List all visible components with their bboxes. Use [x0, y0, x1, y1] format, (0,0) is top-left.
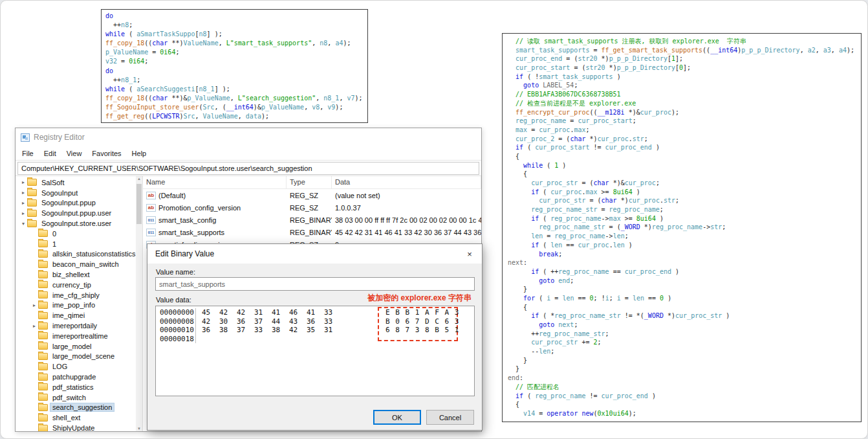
hex-byte[interactable]: 46	[289, 308, 307, 317]
tree-item-shell_ext[interactable]: shell_ext	[16, 412, 136, 423]
registry-value-row[interactable]: ab(Default)REG_SZ(value not set)	[143, 189, 481, 201]
code-line: end:	[508, 374, 858, 383]
expand-arrow-icon[interactable]: ▸	[19, 200, 27, 206]
code-token: str	[633, 135, 644, 142]
expand-arrow-icon[interactable]: ▸	[19, 190, 27, 196]
hex-byte[interactable]: 37	[237, 326, 254, 335]
registry-value-row[interactable]: abPromotion_config_versionREG_SZ1.0.0.37	[143, 201, 481, 214]
tree-item-SogouInput.ppup[interactable]: ▸SogouInput.ppup	[16, 198, 136, 208]
address-input[interactable]: Computer\HKEY_CURRENT_USER\SOFTWARE\Sogo…	[17, 162, 479, 175]
tree-item-allskin_statusiconstatistics[interactable]: allskin_statusiconstatistics	[16, 249, 136, 260]
hex-byte[interactable]: 30	[219, 317, 237, 326]
code-token: :	[519, 374, 523, 381]
dialog-titlebar[interactable]: Edit Binary Value ×	[147, 244, 482, 264]
hex-byte[interactable]: 36	[237, 317, 254, 326]
hex-byte[interactable]: 33	[324, 308, 342, 317]
scroll-up-icon[interactable]: ▲	[136, 177, 142, 181]
hex-byte[interactable]: 44	[272, 317, 289, 326]
hex-byte[interactable]: 31	[254, 308, 272, 317]
hex-byte[interactable]: 41	[307, 308, 324, 317]
hex-byte[interactable]: 37	[254, 317, 272, 326]
menu-item-view[interactable]: View	[61, 149, 87, 158]
tree-item-biz_shellext[interactable]: biz_shellext	[16, 269, 136, 280]
hex-byte[interactable]: 35	[307, 326, 324, 335]
code-token: ;	[175, 49, 179, 56]
hex-editor[interactable]: 000000004542423141464133E B B 1 A F A 30…	[155, 306, 475, 396]
tree-item-LOG[interactable]: LOG	[16, 361, 136, 372]
tree-item-beacon_main_switch[interactable]: beacon_main_switch	[16, 259, 136, 269]
tree-item-large_model_scene[interactable]: large_model_scene	[16, 352, 136, 362]
hex-byte[interactable]: 36	[307, 317, 324, 326]
tree-item-patchupgrade[interactable]: patchupgrade	[16, 372, 136, 382]
tree-item-SogouInput.store.user[interactable]: ▾SogouInput.store.user	[16, 218, 136, 229]
tree-item-ime_pop_info[interactable]: ▸ime_pop_info	[16, 300, 136, 311]
hex-row[interactable]: 000000004542423141464133E B B 1 A F A 3	[160, 308, 474, 317]
hex-byte[interactable]: 38	[219, 326, 237, 335]
hex-byte[interactable]: 33	[324, 317, 342, 326]
column-header-name[interactable]: Name	[143, 176, 287, 188]
tree-item-pdf_switch[interactable]: pdf_switch	[16, 392, 136, 403]
tree-item-imereportrealtime[interactable]: imereportrealtime	[16, 331, 136, 341]
scroll-down-icon[interactable]: ▼	[136, 427, 142, 431]
tree-item-ShiplyUpdate[interactable]: ShiplyUpdate	[16, 423, 136, 431]
hex-byte[interactable]: 33	[254, 326, 272, 335]
code-token: L"smart_task_supports"	[226, 39, 312, 47]
menu-item-edit[interactable]: Edit	[39, 149, 61, 158]
registry-value-row[interactable]: 011smart_task_supportsREG_BINARY45 42 42…	[143, 226, 481, 238]
ok-button[interactable]: OK	[373, 410, 421, 425]
tree-item-large_model[interactable]: large_model	[16, 341, 136, 352]
tree-item-SogouInput[interactable]: ▸SogouInput	[16, 188, 136, 198]
column-header-type[interactable]: Type	[287, 176, 332, 188]
hex-byte[interactable]: 43	[289, 317, 307, 326]
hex-byte[interactable]: 42	[202, 317, 219, 326]
code-token	[508, 55, 515, 62]
expand-arrow-icon[interactable]: ▸	[19, 210, 27, 216]
hex-byte[interactable]: 38	[272, 326, 289, 335]
hex-byte[interactable]: 41	[272, 308, 289, 317]
tree-item-label: SalSoft	[39, 179, 66, 186]
column-header-data[interactable]: Data	[332, 176, 481, 188]
hex-row[interactable]: 0000001036383733384235316 8 7 3 8 B 5 1	[160, 326, 474, 335]
code-token	[105, 76, 113, 84]
tree-item-search_suggestion[interactable]: search_suggestion	[16, 403, 136, 413]
tree-item-ime_qimei[interactable]: ime_qimei	[16, 310, 136, 321]
expand-arrow-icon[interactable]: ▸	[30, 302, 38, 308]
code-token	[508, 277, 539, 284]
code-token: ;	[226, 85, 230, 93]
tree-scrollbar[interactable]: ▲ ▼	[136, 176, 142, 431]
registry-value-row[interactable]: 011smart_task_configREG_BINARY38 03 00 0…	[143, 214, 481, 226]
collapse-arrow-icon[interactable]: ▾	[19, 221, 27, 227]
code-token: n8_1	[121, 76, 136, 84]
code-token: p_ValueName	[188, 95, 230, 102]
hex-byte[interactable]: 36	[202, 326, 219, 335]
hex-byte[interactable]: 31	[324, 326, 342, 335]
hex-byte[interactable]: 42	[237, 308, 254, 317]
value-type: REG_BINARY	[287, 216, 332, 224]
menu-item-file[interactable]: File	[17, 149, 39, 158]
registry-titlebar[interactable]: Registry Editor	[16, 128, 481, 146]
tree-item-SogouInput.ppup.user[interactable]: ▸SogouInput.ppup.user	[16, 208, 136, 218]
tree-item-ime_cfg_shiply[interactable]: ime_cfg_shiply	[16, 290, 136, 300]
expand-arrow-icon[interactable]: ▸	[19, 179, 27, 185]
tree-item-imereportdaily[interactable]: ▸imereportdaily	[16, 321, 136, 331]
tree-item-1[interactable]: 1	[16, 239, 136, 249]
close-icon[interactable]: ×	[457, 244, 482, 264]
tree-item-pdf_statistics[interactable]: pdf_statistics	[16, 382, 136, 392]
cancel-button[interactable]: Cancel	[426, 410, 474, 425]
scrollbar-thumb[interactable]	[136, 184, 142, 224]
tree-item-currency_tip[interactable]: currency_tip	[16, 280, 136, 290]
hex-byte[interactable]: 45	[202, 308, 219, 317]
expand-arrow-icon[interactable]: ▸	[30, 323, 38, 329]
hex-byte[interactable]: 42	[219, 308, 237, 317]
menu-item-help[interactable]: Help	[127, 149, 152, 158]
code-line: while ( aSmartTaskSuppo[n8] );	[105, 30, 366, 39]
menu-item-favorites[interactable]: Favorites	[87, 149, 126, 158]
hex-row[interactable]: 000000084230363744433633B 0 6 7 D C 6 3	[160, 317, 474, 326]
value-name-input[interactable]: smart_task_supports	[155, 277, 475, 291]
code-line: if ( reg_proc_name != cur_proc_end )	[508, 392, 858, 401]
tree-item-SalSoft[interactable]: ▸SalSoft	[16, 177, 136, 188]
tree-item-0[interactable]: 0	[16, 229, 136, 239]
hex-row[interactable]: 00000018	[160, 335, 474, 344]
hex-byte[interactable]: 42	[289, 326, 307, 335]
code-token	[508, 206, 531, 213]
